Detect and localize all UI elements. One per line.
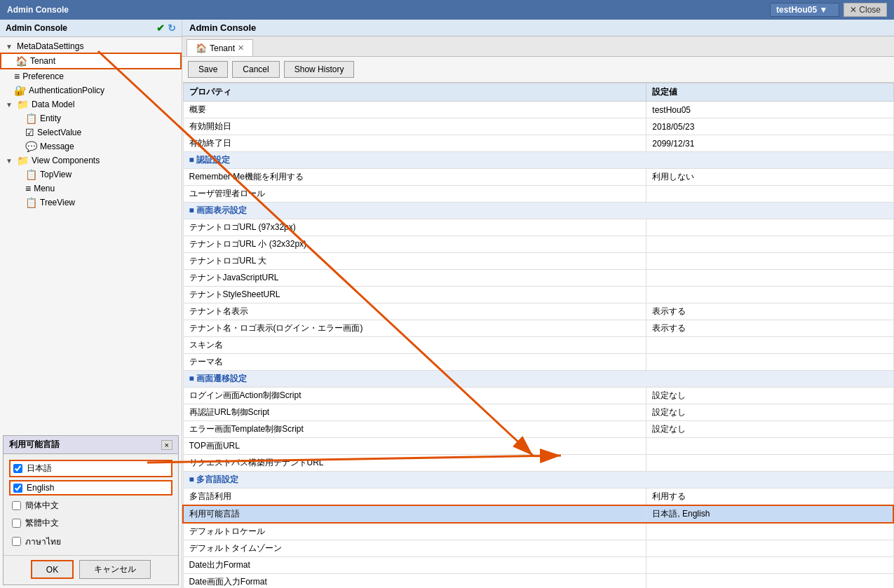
- lang-item-ja[interactable]: 日本語: [9, 460, 172, 477]
- value-cell[interactable]: [646, 438, 893, 455]
- value-cell[interactable]: [646, 287, 893, 303]
- lang-checkbox-zh-cn[interactable]: [12, 501, 21, 510]
- value-cell[interactable]: 設定なし: [646, 421, 893, 438]
- lang-item-en[interactable]: English: [9, 480, 172, 495]
- value-cell[interactable]: [646, 523, 893, 540]
- sidebar-item-menu[interactable]: ≡ Menu: [0, 182, 182, 196]
- table-row[interactable]: テナント名表示表示する: [183, 303, 893, 320]
- table-row[interactable]: テナントJavaScriptURL: [183, 270, 893, 287]
- sidebar-item-topview[interactable]: 📋 TopView: [0, 167, 182, 182]
- table-row[interactable]: テナントロゴURL 小 (32x32px): [183, 236, 893, 253]
- datamodel-folder-icon: 📁: [17, 99, 29, 110]
- property-cell: Remember Me機能を利用する: [183, 169, 646, 186]
- property-cell: デフォルトロケール: [183, 523, 646, 540]
- sidebar-item-tenant[interactable]: 🏠 Tenant: [0, 53, 182, 69]
- property-table: プロパティ 設定値 概要testHou05有効開始日2018/05/23有効終了…: [182, 83, 894, 588]
- table-row[interactable]: Date出力Format: [183, 557, 893, 574]
- cancel-button[interactable]: キャンセル: [79, 560, 151, 579]
- table-row[interactable]: テナント名・ロゴ表示(ログイン・エラー画面)表示する: [183, 320, 893, 337]
- table-row[interactable]: 利用可能言語日本語, English: [183, 505, 893, 523]
- tree-label-menu: Menu: [34, 184, 55, 193]
- treeview-icon: 📋: [25, 197, 37, 208]
- lang-item-zh-cn[interactable]: 簡体中文: [9, 498, 172, 513]
- table-row[interactable]: テナントStyleSheetURL: [183, 287, 893, 303]
- sidebar-item-preference[interactable]: ≡ Preference: [0, 69, 182, 83]
- tab-tenant[interactable]: 🏠 Tenant ✕: [187, 39, 253, 56]
- value-cell[interactable]: [646, 557, 893, 574]
- value-cell[interactable]: [646, 540, 893, 557]
- lang-item-th[interactable]: ภาษาไทย: [9, 533, 172, 549]
- table-row[interactable]: Remember Me機能を利用する利用しない: [183, 169, 893, 186]
- table-row[interactable]: テナントロゴURL 大: [183, 253, 893, 270]
- cancel-button[interactable]: Cancel: [232, 61, 279, 78]
- value-cell[interactable]: 表示する: [646, 303, 893, 320]
- value-cell[interactable]: 2099/12/31: [646, 135, 893, 152]
- tab-close-icon[interactable]: ✕: [238, 43, 244, 53]
- show-history-button[interactable]: Show History: [284, 61, 355, 78]
- tree-area: ▼ MetaDataSettings 🏠 Tenant ≡ Preference…: [0, 37, 182, 432]
- lang-checkbox-th[interactable]: [12, 537, 21, 546]
- table-row[interactable]: テーマ名: [183, 354, 893, 371]
- table-row[interactable]: スキン名: [183, 337, 893, 354]
- ok-button[interactable]: OK: [31, 560, 74, 579]
- value-cell[interactable]: 2018/05/23: [646, 118, 893, 135]
- sidebar-item-message[interactable]: 💬 Message: [0, 139, 182, 153]
- value-cell[interactable]: [646, 186, 893, 203]
- close-x-icon: ✕: [850, 5, 857, 15]
- value-cell[interactable]: 設定なし: [646, 404, 893, 421]
- value-cell[interactable]: 利用する: [646, 488, 893, 506]
- lang-checkbox-en[interactable]: [13, 484, 22, 493]
- table-row[interactable]: リクエストパス構築用テナントURL: [183, 455, 893, 472]
- value-cell[interactable]: [646, 270, 893, 287]
- value-cell[interactable]: 設定なし: [646, 388, 893, 404]
- main-layout: Admin Console ✔ ↻ ▼ MetaDataSettings 🏠 T…: [0, 20, 894, 588]
- expand-icon: ▼: [6, 43, 14, 50]
- table-row[interactable]: ログイン画面Action制御Script設定なし: [183, 388, 893, 404]
- table-row[interactable]: ユーザ管理者ロール: [183, 186, 893, 203]
- property-cell: テナントロゴURL (97x32px): [183, 219, 646, 236]
- table-row[interactable]: 多言語利用利用する: [183, 488, 893, 506]
- table-row[interactable]: エラー画面Template制御Script設定なし: [183, 421, 893, 438]
- value-cell[interactable]: [646, 455, 893, 472]
- table-row[interactable]: Date画面入力Format: [183, 574, 893, 589]
- value-cell[interactable]: 表示する: [646, 320, 893, 337]
- table-row[interactable]: テナントロゴURL (97x32px): [183, 219, 893, 236]
- table-row[interactable]: デフォルトタイムゾーン: [183, 540, 893, 557]
- value-cell[interactable]: 利用しない: [646, 169, 893, 186]
- value-cell[interactable]: 日本語, English: [646, 505, 893, 523]
- lang-checkbox-ja[interactable]: [13, 464, 22, 473]
- value-cell[interactable]: [646, 337, 893, 354]
- table-row[interactable]: 有効終了日2099/12/31: [183, 135, 893, 152]
- property-cell: ログイン画面Action制御Script: [183, 388, 646, 404]
- table-row[interactable]: TOP画面URL: [183, 438, 893, 455]
- sidebar-item-selectvalue[interactable]: ☑ SelectValue: [0, 125, 182, 139]
- sidebar-item-datamodel[interactable]: ▼ 📁 Data Model: [0, 97, 182, 111]
- tree-label-preference: Preference: [22, 71, 64, 81]
- table-row[interactable]: 再認証URL制御Script設定なし: [183, 404, 893, 421]
- value-cell[interactable]: [646, 236, 893, 253]
- table-row[interactable]: デフォルトロケール: [183, 523, 893, 540]
- value-cell[interactable]: [646, 219, 893, 236]
- value-cell[interactable]: testHou05: [646, 102, 893, 118]
- table-row[interactable]: 概要testHou05: [183, 102, 893, 118]
- sidebar-item-treeview[interactable]: 📋 TreeView: [0, 196, 182, 210]
- sidebar-item-authpolicy[interactable]: 🔐 AuthenticationPolicy: [0, 83, 182, 97]
- top-header: Admin Console testHou05 ▼ ✕ Close: [0, 0, 894, 20]
- save-button[interactable]: Save: [188, 61, 228, 78]
- lang-item-zh-tw[interactable]: 繁體中文: [9, 516, 172, 531]
- tree-label-metadatasettings: MetaDataSettings: [17, 41, 83, 51]
- property-cell: テナントJavaScriptURL: [183, 270, 646, 287]
- sidebar-item-entity[interactable]: 📋 Entity: [0, 111, 182, 125]
- sidebar-item-viewcomponents[interactable]: ▼ 📁 View Components: [0, 153, 182, 167]
- value-cell[interactable]: [646, 354, 893, 371]
- tree-item-metadatasettings[interactable]: ▼ MetaDataSettings: [0, 40, 182, 53]
- user-dropdown[interactable]: testHou05 ▼: [770, 3, 839, 17]
- lang-dialog-close-button[interactable]: ×: [161, 440, 172, 450]
- value-cell[interactable]: [646, 253, 893, 270]
- refresh-icon[interactable]: ↻: [168, 22, 176, 34]
- close-button[interactable]: ✕ Close: [844, 3, 887, 17]
- lang-checkbox-zh-tw[interactable]: [12, 519, 21, 528]
- table-row[interactable]: 有効開始日2018/05/23: [183, 118, 893, 135]
- property-cell: ユーザ管理者ロール: [183, 186, 646, 203]
- value-cell[interactable]: [646, 574, 893, 589]
